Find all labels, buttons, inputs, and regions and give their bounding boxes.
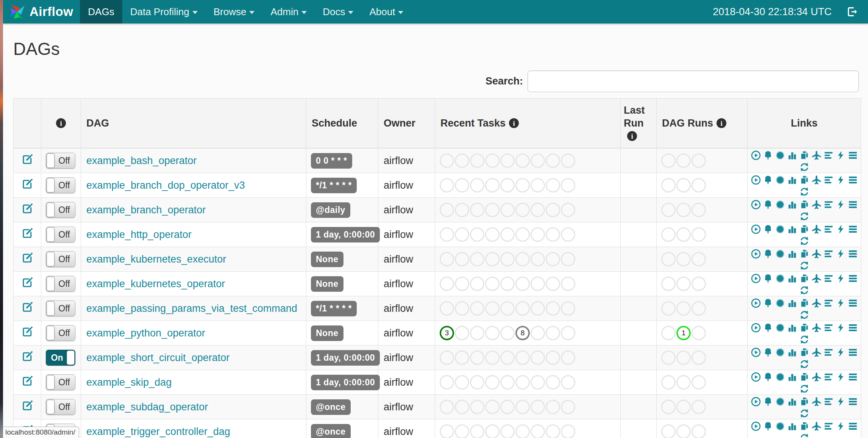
trigger-dag-icon[interactable] bbox=[751, 249, 761, 259]
refresh-icon[interactable] bbox=[799, 433, 809, 438]
task-tries-icon[interactable] bbox=[799, 175, 809, 185]
task-tries-icon[interactable] bbox=[799, 397, 809, 407]
nav-item-dags[interactable]: DAGs bbox=[80, 0, 122, 23]
landing-times-icon[interactable] bbox=[812, 224, 821, 234]
code-view-icon[interactable] bbox=[836, 298, 846, 308]
logs-icon[interactable] bbox=[848, 224, 858, 234]
dag-link[interactable]: example_http_operator bbox=[86, 229, 192, 240]
dag-pause-toggle[interactable]: Off bbox=[46, 399, 75, 415]
code-view-icon[interactable] bbox=[836, 200, 846, 210]
info-icon[interactable] bbox=[56, 118, 66, 128]
graph-view-icon[interactable] bbox=[775, 150, 785, 160]
code-view-icon[interactable] bbox=[836, 372, 846, 382]
task-tries-icon[interactable] bbox=[799, 224, 809, 234]
graph-view-icon[interactable] bbox=[775, 274, 785, 283]
gantt-icon[interactable] bbox=[824, 274, 834, 283]
task-status-circle[interactable]: 3 bbox=[440, 326, 454, 340]
refresh-icon[interactable] bbox=[799, 408, 809, 418]
logs-icon[interactable] bbox=[848, 274, 858, 283]
tree-view-icon[interactable] bbox=[763, 224, 773, 234]
logs-icon[interactable] bbox=[848, 323, 858, 333]
tree-view-icon[interactable] bbox=[763, 421, 773, 431]
gantt-icon[interactable] bbox=[824, 175, 834, 185]
landing-times-icon[interactable] bbox=[812, 421, 821, 431]
task-tries-icon[interactable] bbox=[799, 200, 809, 210]
landing-times-icon[interactable] bbox=[812, 150, 821, 160]
logs-icon[interactable] bbox=[848, 175, 858, 185]
edit-dag-icon[interactable] bbox=[22, 228, 33, 239]
logs-icon[interactable] bbox=[848, 150, 858, 160]
task-duration-icon[interactable] bbox=[787, 372, 797, 382]
refresh-icon[interactable] bbox=[799, 162, 809, 172]
logs-icon[interactable] bbox=[848, 372, 858, 382]
task-duration-icon[interactable] bbox=[787, 298, 797, 308]
code-view-icon[interactable] bbox=[836, 175, 846, 185]
refresh-icon[interactable] bbox=[799, 384, 809, 394]
dag-run-status-circle[interactable]: 1 bbox=[676, 326, 691, 340]
edit-dag-icon[interactable] bbox=[22, 351, 33, 362]
task-tries-icon[interactable] bbox=[799, 150, 809, 160]
code-view-icon[interactable] bbox=[836, 150, 846, 160]
code-view-icon[interactable] bbox=[836, 274, 846, 283]
task-tries-icon[interactable] bbox=[799, 298, 809, 308]
info-icon[interactable] bbox=[716, 118, 727, 128]
dag-pause-toggle[interactable]: Off bbox=[46, 300, 75, 316]
logout-button[interactable] bbox=[846, 6, 858, 18]
landing-times-icon[interactable] bbox=[812, 397, 821, 407]
tree-view-icon[interactable] bbox=[763, 274, 773, 283]
logs-icon[interactable] bbox=[848, 249, 858, 259]
code-view-icon[interactable] bbox=[836, 421, 846, 431]
graph-view-icon[interactable] bbox=[775, 298, 785, 308]
nav-item-about[interactable]: About bbox=[361, 0, 411, 23]
edit-dag-icon[interactable] bbox=[22, 326, 33, 338]
task-tries-icon[interactable] bbox=[799, 372, 809, 382]
edit-dag-icon[interactable] bbox=[22, 400, 33, 411]
dag-link[interactable]: example_subdag_operator bbox=[86, 401, 208, 413]
task-status-circle[interactable]: 8 bbox=[515, 326, 530, 340]
landing-times-icon[interactable] bbox=[812, 175, 821, 185]
code-view-icon[interactable] bbox=[836, 224, 846, 234]
dag-link[interactable]: example_skip_dag bbox=[86, 377, 172, 388]
trigger-dag-icon[interactable] bbox=[751, 397, 761, 407]
refresh-icon[interactable] bbox=[799, 359, 809, 369]
code-view-icon[interactable] bbox=[836, 323, 846, 333]
task-tries-icon[interactable] bbox=[799, 274, 809, 283]
task-duration-icon[interactable] bbox=[787, 323, 797, 333]
tree-view-icon[interactable] bbox=[763, 323, 773, 333]
tree-view-icon[interactable] bbox=[763, 200, 773, 210]
task-tries-icon[interactable] bbox=[799, 249, 809, 259]
dag-link[interactable]: example_passing_params_via_test_command bbox=[86, 303, 297, 314]
gantt-icon[interactable] bbox=[824, 397, 834, 407]
tree-view-icon[interactable] bbox=[763, 298, 773, 308]
edit-dag-icon[interactable] bbox=[22, 252, 33, 264]
trigger-dag-icon[interactable] bbox=[751, 274, 761, 283]
dag-pause-toggle[interactable]: Off bbox=[46, 251, 75, 267]
graph-view-icon[interactable] bbox=[775, 397, 785, 407]
search-input[interactable] bbox=[528, 70, 859, 92]
trigger-dag-icon[interactable] bbox=[751, 200, 761, 210]
nav-item-docs[interactable]: Docs bbox=[315, 0, 361, 23]
trigger-dag-icon[interactable] bbox=[751, 175, 761, 185]
task-duration-icon[interactable] bbox=[787, 249, 797, 259]
logs-icon[interactable] bbox=[848, 298, 858, 308]
code-view-icon[interactable] bbox=[836, 347, 846, 357]
task-tries-icon[interactable] bbox=[799, 323, 809, 333]
graph-view-icon[interactable] bbox=[775, 347, 785, 357]
task-duration-icon[interactable] bbox=[787, 224, 797, 234]
landing-times-icon[interactable] bbox=[812, 200, 821, 210]
gantt-icon[interactable] bbox=[824, 150, 834, 160]
tree-view-icon[interactable] bbox=[763, 150, 773, 160]
task-tries-icon[interactable] bbox=[799, 347, 809, 357]
logs-icon[interactable] bbox=[848, 397, 858, 407]
trigger-dag-icon[interactable] bbox=[751, 323, 761, 333]
refresh-icon[interactable] bbox=[799, 187, 809, 197]
task-duration-icon[interactable] bbox=[787, 397, 797, 407]
gantt-icon[interactable] bbox=[824, 421, 834, 431]
task-duration-icon[interactable] bbox=[787, 200, 797, 210]
logs-icon[interactable] bbox=[848, 347, 858, 357]
dag-pause-toggle[interactable]: Off bbox=[46, 276, 75, 292]
dag-link[interactable]: example_branch_operator bbox=[86, 204, 206, 216]
nav-item-admin[interactable]: Admin bbox=[262, 0, 315, 23]
nav-item-browse[interactable]: Browse bbox=[206, 0, 263, 23]
graph-view-icon[interactable] bbox=[775, 421, 785, 431]
